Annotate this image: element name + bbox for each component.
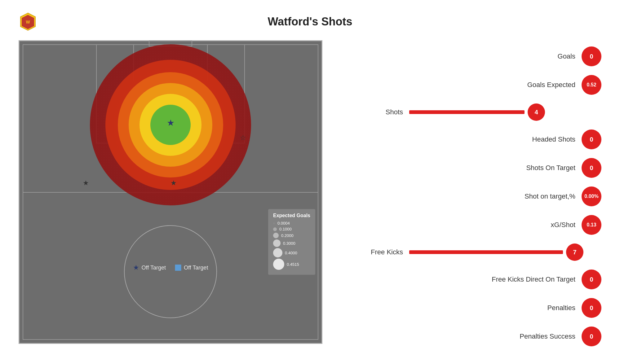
stat-shot-pct: Shot on target,% 0.00%	[341, 186, 601, 206]
legend-label-1: 0.0004	[277, 221, 290, 226]
legend-row-2: 0.1000	[273, 227, 310, 231]
legend-label-6: 0.4515	[287, 262, 299, 267]
legend-dot-1	[273, 222, 275, 224]
free-kicks-direct-badge: 0	[582, 270, 601, 289]
off-target-star-label: Off Target	[142, 265, 166, 271]
shot-pct-label: Shot on target,%	[501, 192, 575, 200]
xg-shot-badge: 0.13	[582, 215, 601, 235]
stat-headed-shots: Headed Shots 0	[341, 129, 601, 149]
legend-title: Expected Goals	[273, 213, 310, 218]
stats-panel: Goals 0 Goals Expected 0.52 Shots 4 Head…	[341, 40, 601, 352]
shot-marker-midleft: ★	[83, 179, 89, 187]
shot-marker-right: ☆	[240, 134, 246, 142]
team-logo: W	[19, 12, 37, 31]
penalties-label: Penalties	[501, 304, 575, 312]
expected-goals-legend: Expected Goals 0.0004 0.1000 0.2000 0.30…	[268, 209, 315, 275]
stat-goals: Goals 0	[341, 46, 601, 66]
xg-shot-label: xG/Shot	[501, 221, 575, 229]
off-target-box-label: Off Target	[184, 265, 208, 271]
legend-dot-3	[273, 233, 279, 238]
legend-label-5: 0.4000	[285, 251, 297, 255]
legend-row-6: 0.4515	[273, 259, 310, 270]
svg-text:W: W	[26, 20, 30, 24]
shots-bar	[409, 110, 525, 114]
legend-row-3: 0.2000	[273, 233, 310, 238]
penalties-badge: 0	[582, 298, 601, 318]
legend-label-4: 0.3000	[283, 241, 295, 246]
free-kicks-badge: 7	[566, 243, 583, 261]
header: W Watford's Shots	[19, 12, 601, 31]
shots-on-target-label: Shots On Target	[501, 164, 575, 172]
stat-shots-on-target: Shots On Target 0	[341, 158, 601, 178]
shot-marker-midcenter: ★	[170, 179, 177, 187]
stat-free-kicks-direct: Free Kicks Direct On Target 0	[341, 270, 601, 289]
free-kicks-label: Free Kicks	[341, 248, 403, 256]
shot-type-legend: ★ Off Target Off Target	[133, 264, 208, 272]
stat-free-kicks: Free Kicks 7	[341, 243, 601, 261]
legend-row-5: 0.4000	[273, 248, 310, 257]
goals-label: Goals	[501, 52, 575, 60]
stat-penalties-success: Penalties Success 0	[341, 327, 601, 346]
shots-on-target-badge: 0	[582, 158, 601, 178]
legend-label-2: 0.1000	[279, 227, 292, 231]
legend-dot-5	[273, 248, 282, 257]
shots-bar-area: 4	[409, 103, 601, 121]
shots-label: Shots	[341, 108, 403, 116]
shot-pct-badge: 0.00%	[582, 186, 601, 206]
off-target-box-icon	[175, 265, 181, 271]
free-kicks-bar	[409, 250, 563, 254]
free-kicks-bar-area: 7	[409, 243, 601, 261]
center-circle	[124, 225, 217, 318]
headed-shots-badge: 0	[582, 129, 601, 149]
pitch: ★ ☆ ★ ★ Expected Goals 0.0004 0.1000	[19, 40, 322, 344]
goals-badge: 0	[582, 46, 601, 66]
penalties-success-badge: 0	[582, 327, 601, 346]
legend-row-4: 0.3000	[273, 239, 310, 247]
legend-dot-4	[273, 239, 281, 247]
off-target-box-legend: Off Target	[175, 265, 208, 271]
legend-dot-2	[273, 227, 277, 231]
stat-shots: Shots 4	[341, 103, 601, 121]
legend-label-3: 0.2000	[281, 233, 294, 238]
stat-xg-shot: xG/Shot 0.13	[341, 215, 601, 235]
stat-goals-expected: Goals Expected 0.52	[341, 75, 601, 95]
headed-shots-label: Headed Shots	[501, 135, 575, 143]
penalties-success-label: Penalties Success	[501, 332, 575, 340]
goals-expected-label: Goals Expected	[501, 81, 575, 89]
stat-penalties: Penalties 0	[341, 298, 601, 318]
free-kicks-direct-label: Free Kicks Direct On Target	[489, 275, 575, 283]
legend-dot-6	[273, 259, 284, 270]
goals-expected-badge: 0.52	[582, 75, 601, 95]
off-target-star-legend: ★ Off Target	[133, 264, 166, 272]
shots-badge: 4	[528, 103, 545, 121]
main-content: ★ ☆ ★ ★ Expected Goals 0.0004 0.1000	[19, 40, 601, 352]
shot-marker-center: ★	[167, 117, 175, 128]
legend-row-1: 0.0004	[273, 221, 310, 226]
page-title: Watford's Shots	[43, 15, 577, 28]
off-target-star-icon: ★	[133, 264, 139, 272]
